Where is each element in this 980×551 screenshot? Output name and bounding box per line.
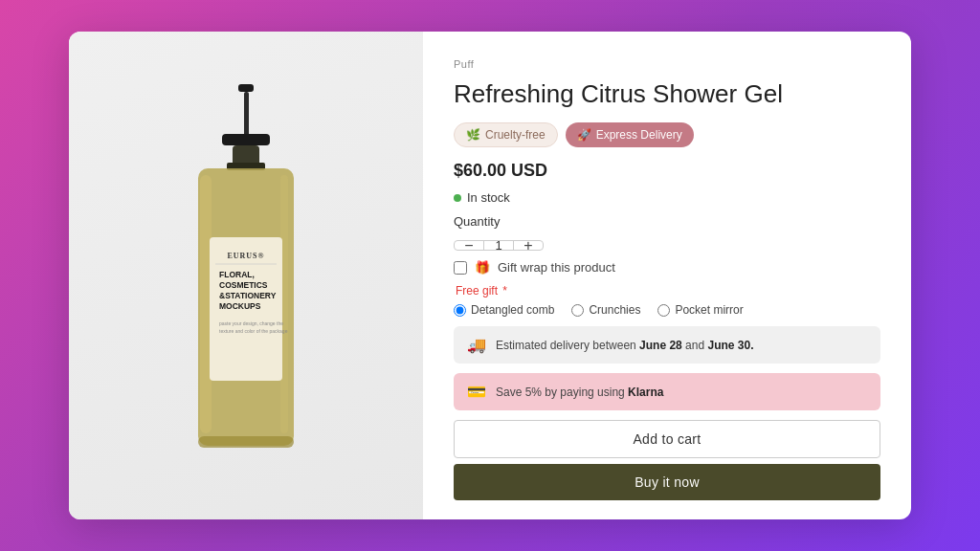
svg-rect-0 xyxy=(238,84,254,92)
svg-text:EURUS®: EURUS® xyxy=(227,252,264,260)
free-gift-crunchies-label: Crunchies xyxy=(589,303,640,317)
product-card: EURUS® FLORAL, COSMETICS &STATIONERY MOC… xyxy=(69,32,911,519)
stock-indicator xyxy=(454,194,461,202)
free-gift-label: Free gift * xyxy=(454,284,880,298)
express-label: Express Delivery xyxy=(596,128,682,142)
free-gift-section: Free gift * Detangled comb Crunchies Poc… xyxy=(454,284,880,317)
badges: 🌿 Cruelty-free 🚀 Express Delivery xyxy=(454,122,880,147)
free-gift-comb-label: Detangled comb xyxy=(471,303,554,317)
quantity-input[interactable] xyxy=(483,240,514,251)
gift-icon: 🎁 xyxy=(475,260,490,275)
required-marker: * xyxy=(500,284,507,298)
brand-name: Puff xyxy=(454,58,880,70)
free-gift-option-comb[interactable]: Detangled comb xyxy=(454,303,554,317)
free-gift-radio-comb[interactable] xyxy=(454,304,466,317)
free-gift-mirror-label: Pocket mirror xyxy=(675,303,743,317)
delivery-icon: 🚚 xyxy=(467,336,486,354)
cruelty-label: Cruelty-free xyxy=(485,128,546,142)
actions: Add to cart Buy it now xyxy=(454,420,880,500)
add-to-cart-button[interactable]: Add to cart xyxy=(454,420,880,458)
svg-text:MOCKUPS: MOCKUPS xyxy=(219,301,261,311)
gift-wrap-checkbox[interactable] xyxy=(454,261,467,275)
quantity-control: − + xyxy=(454,240,544,251)
free-gift-option-crunchies[interactable]: Crunchies xyxy=(571,303,640,317)
product-title: Refreshing Citrus Shower Gel xyxy=(454,79,880,109)
stock-status: In stock xyxy=(467,190,510,205)
svg-rect-17 xyxy=(198,436,294,448)
svg-text:paste your design, change the: paste your design, change the xyxy=(219,320,283,326)
klarna-text: Save 5% by paying using Klarna xyxy=(496,386,663,399)
product-image-area: EURUS® FLORAL, COSMETICS &STATIONERY MOC… xyxy=(69,32,423,519)
cruelty-free-badge: 🌿 Cruelty-free xyxy=(454,122,558,147)
delivery-text: Estimated delivery between June 28 and J… xyxy=(496,339,754,352)
klarna-banner: 💳 Save 5% by paying using Klarna xyxy=(454,373,880,410)
svg-text:COSMETICS: COSMETICS xyxy=(219,280,268,290)
gift-wrap-label[interactable]: Gift wrap this product xyxy=(498,260,615,275)
delivery-banner: 🚚 Estimated delivery between June 28 and… xyxy=(454,326,880,364)
quantity-decrease-button[interactable]: − xyxy=(455,240,483,251)
express-icon: 🚀 xyxy=(577,128,591,142)
klarna-icon: 💳 xyxy=(467,383,486,401)
svg-text:texture and color of the packa: texture and color of the package xyxy=(219,328,288,334)
free-gift-option-mirror[interactable]: Pocket mirror xyxy=(657,303,743,317)
gift-wrap-row: 🎁 Gift wrap this product xyxy=(454,260,880,275)
svg-rect-2 xyxy=(222,134,270,145)
cruelty-icon: 🌿 xyxy=(466,128,480,142)
product-image: EURUS® FLORAL, COSMETICS &STATIONERY MOC… xyxy=(141,75,351,476)
quantity-label: Quantity xyxy=(454,214,880,229)
express-delivery-badge: 🚀 Express Delivery xyxy=(566,122,694,147)
quantity-increase-button[interactable]: + xyxy=(514,240,543,251)
svg-text:FLORAL,: FLORAL, xyxy=(219,270,255,279)
free-gift-radio-mirror[interactable] xyxy=(657,304,670,317)
svg-text:&STATIONERY: &STATIONERY xyxy=(219,291,277,300)
product-details: Puff Refreshing Citrus Shower Gel 🌿 Crue… xyxy=(423,32,911,519)
free-gift-radio-crunchies[interactable] xyxy=(571,304,584,317)
price: $60.00 USD xyxy=(454,161,880,181)
buy-now-button[interactable]: Buy it now xyxy=(454,464,880,500)
free-gift-options: Detangled comb Crunchies Pocket mirror xyxy=(454,303,880,317)
stock-row: In stock xyxy=(454,190,880,205)
svg-rect-1 xyxy=(244,92,249,140)
